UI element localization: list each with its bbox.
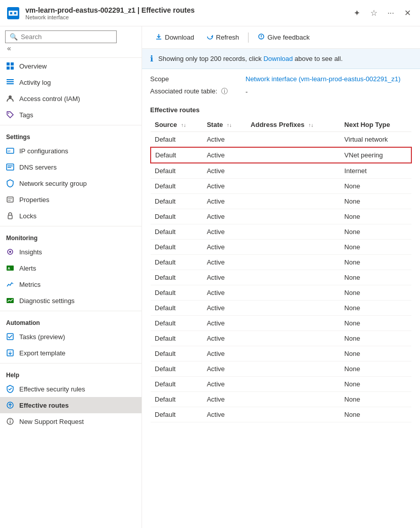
download-button[interactable]: Download bbox=[150, 30, 199, 44]
table-row[interactable]: Default Active None bbox=[151, 285, 411, 301]
cell-next-hop-type: VNet peering bbox=[340, 147, 411, 163]
cell-source: Default bbox=[151, 285, 203, 301]
col-next-hop-type: Next Hop Type bbox=[340, 118, 411, 132]
cell-state: Active bbox=[203, 147, 247, 163]
svg-point-33 bbox=[10, 419, 11, 420]
collapse-sidebar-button[interactable]: « bbox=[5, 43, 13, 53]
table-row[interactable]: Default Active Internet bbox=[151, 163, 411, 179]
cell-source: Default bbox=[151, 301, 203, 316]
table-row[interactable]: Default Active VNet peering bbox=[151, 147, 411, 163]
cell-next-hop-type: None bbox=[340, 285, 411, 301]
route-table-info-icon: ⓘ bbox=[221, 87, 228, 95]
svg-rect-21 bbox=[8, 215, 12, 219]
table-row[interactable]: Default Active None bbox=[151, 301, 411, 316]
table-row[interactable]: Default Active None bbox=[151, 240, 411, 255]
cell-source: Default bbox=[151, 407, 203, 422]
feedback-button[interactable]: Give feedback bbox=[253, 30, 314, 44]
sidebar-item-export-template[interactable]: Export template bbox=[0, 345, 142, 361]
svg-text:IP: IP bbox=[8, 150, 11, 153]
sidebar-item-new-support-request[interactable]: New Support Request bbox=[0, 413, 142, 430]
route-table-label: Associated route table: ⓘ bbox=[150, 87, 241, 96]
table-row[interactable]: Default Active None bbox=[151, 331, 411, 346]
table-row[interactable]: Default Active None bbox=[151, 361, 411, 377]
sidebar-item-overview[interactable]: Overview bbox=[0, 58, 142, 74]
sidebar-item-dns-servers[interactable]: DNS servers bbox=[0, 159, 142, 175]
cell-source: Default bbox=[151, 316, 203, 331]
overview-icon bbox=[6, 62, 14, 70]
info-banner: ℹ Showing only top 200 records, click Do… bbox=[142, 49, 420, 69]
sidebar-item-access-control[interactable]: Access control (IAM) bbox=[0, 90, 142, 107]
svg-rect-16 bbox=[8, 166, 13, 167]
scope-label: Scope bbox=[150, 75, 241, 83]
sidebar-item-tags[interactable]: Tags bbox=[0, 107, 142, 123]
sidebar-item-tasks[interactable]: Tasks (preview) bbox=[0, 328, 142, 345]
svg-point-23 bbox=[9, 251, 11, 253]
cell-source: Default bbox=[151, 377, 203, 392]
table-row[interactable]: Default Active None bbox=[151, 255, 411, 270]
meta-section: Scope Network interface (vm-learn-prod-e… bbox=[142, 69, 420, 106]
sidebar-item-activity-log[interactable]: Activity log bbox=[0, 74, 142, 90]
cell-address-prefixes bbox=[247, 377, 340, 392]
info-banner-icon: ℹ bbox=[150, 54, 153, 63]
table-row[interactable]: Default Active None bbox=[151, 392, 411, 407]
more-button[interactable]: ··· bbox=[384, 6, 397, 20]
table-row[interactable]: Default Active None bbox=[151, 407, 411, 422]
close-button[interactable]: ✕ bbox=[401, 6, 414, 20]
cell-address-prefixes bbox=[247, 240, 340, 255]
insights-icon bbox=[6, 248, 14, 256]
sidebar-item-metrics[interactable]: Metrics bbox=[0, 276, 142, 292]
cell-address-prefixes bbox=[247, 346, 340, 361]
table-row[interactable]: Default Active None bbox=[151, 224, 411, 240]
cell-source: Default bbox=[151, 270, 203, 285]
sidebar-item-label: Metrics bbox=[19, 281, 41, 288]
cell-state: Active bbox=[203, 346, 247, 361]
sidebar-item-insights[interactable]: Insights bbox=[0, 244, 142, 260]
sort-address-icon[interactable]: ↑↓ bbox=[308, 122, 313, 128]
cell-next-hop-type: None bbox=[340, 392, 411, 407]
search-icon: 🔍 bbox=[10, 33, 18, 41]
sort-state-icon[interactable]: ↑↓ bbox=[227, 122, 232, 128]
sidebar-item-effective-security-rules[interactable]: Effective security rules bbox=[0, 381, 142, 397]
search-input[interactable] bbox=[21, 33, 102, 41]
cell-state: Active bbox=[203, 132, 247, 148]
main-layout: 🔍 « Overview Activity log Access control… bbox=[0, 26, 420, 528]
cell-state: Active bbox=[203, 240, 247, 255]
sort-source-icon[interactable]: ↑↓ bbox=[181, 122, 186, 128]
star-button[interactable]: ☆ bbox=[367, 6, 380, 20]
table-row[interactable]: Default Active None bbox=[151, 270, 411, 285]
table-row[interactable]: Default Active None bbox=[151, 377, 411, 392]
table-row[interactable]: Default Active None bbox=[151, 209, 411, 224]
cell-address-prefixes bbox=[247, 147, 340, 163]
cell-address-prefixes bbox=[247, 194, 340, 209]
table-row[interactable]: Default Active None bbox=[151, 316, 411, 331]
sidebar-item-diagnostic-settings[interactable]: Diagnostic settings bbox=[0, 292, 142, 309]
search-box[interactable]: 🔍 bbox=[5, 30, 117, 43]
table-header: Source ↑↓ State ↑↓ Address Prefixes ↑↓ bbox=[151, 118, 411, 132]
cell-source: Default bbox=[151, 224, 203, 240]
cell-state: Active bbox=[203, 301, 247, 316]
sidebar-item-network-security-group[interactable]: Network security group bbox=[0, 175, 142, 191]
refresh-button[interactable]: Refresh bbox=[201, 30, 244, 44]
sidebar-item-alerts[interactable]: A Alerts bbox=[0, 260, 142, 276]
table-row[interactable]: Default Active None bbox=[151, 179, 411, 194]
window-actions: ✦ ☆ ··· ✕ bbox=[351, 6, 414, 20]
sidebar-item-label: Tags bbox=[19, 111, 33, 119]
sidebar-item-label: Tasks (preview) bbox=[19, 333, 65, 341]
pin-button[interactable]: ✦ bbox=[351, 6, 363, 20]
cell-state: Active bbox=[203, 285, 247, 301]
export-icon bbox=[6, 349, 14, 357]
scope-row: Scope Network interface (vm-learn-prod-e… bbox=[150, 75, 412, 83]
cell-state: Active bbox=[203, 392, 247, 407]
sidebar-item-locks[interactable]: Locks bbox=[0, 208, 142, 224]
info-download-link[interactable]: Download bbox=[263, 55, 293, 62]
table-row[interactable]: Default Active None bbox=[151, 194, 411, 209]
sidebar-item-effective-routes[interactable]: Effective routes bbox=[0, 397, 142, 413]
sidebar-item-properties[interactable]: Properties bbox=[0, 191, 142, 208]
sidebar-item-ip-configurations[interactable]: IP IP configurations bbox=[0, 143, 142, 159]
table-row[interactable]: Default Active None bbox=[151, 346, 411, 361]
svg-point-12 bbox=[8, 113, 9, 114]
table-row[interactable]: Default Active Virtual network bbox=[151, 132, 411, 148]
cell-next-hop-type: None bbox=[340, 194, 411, 209]
cell-address-prefixes bbox=[247, 270, 340, 285]
section-label-help: Help bbox=[0, 366, 142, 381]
